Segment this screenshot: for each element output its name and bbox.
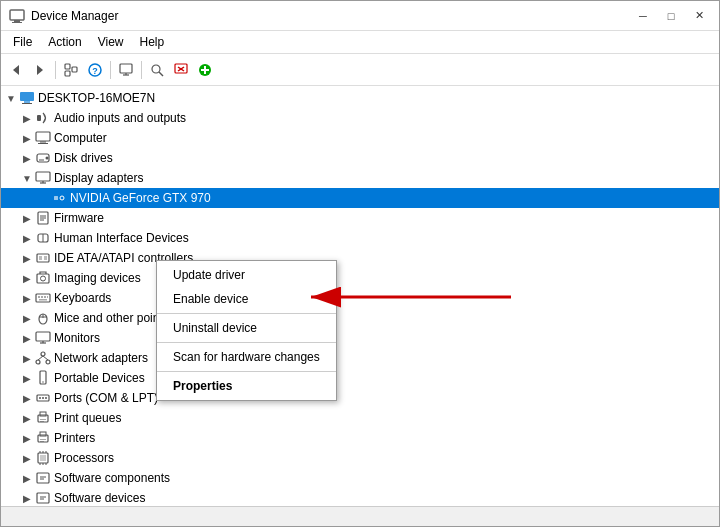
svg-rect-0 [10, 10, 24, 20]
scan-button[interactable] [146, 59, 168, 81]
svg-rect-49 [38, 296, 40, 298]
nvidia-label: NVIDIA GeForce GTX 970 [70, 191, 211, 205]
keyboards-label: Keyboards [54, 291, 111, 305]
audio-expand-icon[interactable]: ▶ [19, 110, 35, 126]
tree-item-ide[interactable]: ▶ IDE ATA/ATAPI controllers [1, 248, 719, 268]
mouse-icon [35, 310, 51, 326]
printq-icon [35, 410, 51, 426]
svg-rect-52 [47, 296, 48, 298]
softdev-expand-icon[interactable]: ▶ [19, 490, 35, 506]
svg-rect-25 [36, 132, 50, 141]
tree-item-mice[interactable]: ▶ Mice and other pointing devices [1, 308, 719, 328]
svg-point-70 [45, 397, 47, 399]
menu-action[interactable]: Action [40, 33, 89, 51]
tree-item-display[interactable]: ▼ Display adapters [1, 168, 719, 188]
menu-help[interactable]: Help [132, 33, 173, 51]
processors-label: Processors [54, 451, 114, 465]
processors-expand-icon[interactable]: ▶ [19, 450, 35, 466]
tree-button[interactable] [60, 59, 82, 81]
tree-item-processors[interactable]: ▶ Processors [1, 448, 719, 468]
tree-item-keyboards[interactable]: ▶ Keyboards [1, 288, 719, 308]
ctx-scan-hardware[interactable]: Scan for hardware changes [157, 345, 336, 369]
toolbar-sep-3 [141, 61, 142, 79]
svg-rect-43 [37, 254, 49, 262]
svg-text:?: ? [92, 66, 98, 76]
tree-item-softdev[interactable]: ▶ Software devices [1, 488, 719, 506]
network-expand-icon[interactable]: ▶ [19, 350, 35, 366]
tree-item-hid[interactable]: ▶ Human Interface Devices [1, 228, 719, 248]
imaging-expand-icon[interactable]: ▶ [19, 270, 35, 286]
help-button[interactable]: ? [84, 59, 106, 81]
svg-rect-73 [40, 419, 46, 420]
svg-marker-3 [13, 65, 19, 75]
ctx-update-driver[interactable]: Update driver [157, 263, 336, 287]
softcomp-expand-icon[interactable]: ▶ [19, 470, 35, 486]
tree-item-printers[interactable]: ▶ Printers [1, 428, 719, 448]
firmware-expand-icon[interactable]: ▶ [19, 210, 35, 226]
root-label: DESKTOP-16MOE7N [38, 91, 155, 105]
printq-label: Print queues [54, 411, 121, 425]
portable-expand-icon[interactable]: ▶ [19, 370, 35, 386]
tree-item-portable[interactable]: ▶ Portable Devices [1, 368, 719, 388]
display-button[interactable] [115, 59, 137, 81]
svg-rect-77 [40, 439, 46, 440]
softcomp-label: Software components [54, 471, 170, 485]
monitor-icon [35, 330, 51, 346]
root-expand-icon[interactable]: ▼ [3, 90, 19, 106]
disk-expand-icon[interactable]: ▶ [19, 150, 35, 166]
tree-item-nvidia[interactable]: NVIDIA GeForce GTX 970 [1, 188, 719, 208]
tree-item-printq[interactable]: ▶ Print queues [1, 408, 719, 428]
monitors-expand-icon[interactable]: ▶ [19, 330, 35, 346]
svg-point-47 [41, 276, 46, 281]
back-button[interactable] [5, 59, 27, 81]
display-expand-icon[interactable]: ▼ [19, 170, 35, 186]
computer-node-icon [35, 130, 51, 146]
ports-expand-icon[interactable]: ▶ [19, 390, 35, 406]
disk-icon [35, 150, 51, 166]
svg-point-60 [41, 352, 45, 356]
tree-item-imaging[interactable]: ▶ Imaging devices [1, 268, 719, 288]
ctx-enable-device[interactable]: Enable device [157, 287, 336, 311]
menu-file[interactable]: File [5, 33, 40, 51]
device-tree[interactable]: ▼ DESKTOP-16MOE7N ▶ [1, 86, 719, 506]
audio-icon [35, 110, 51, 126]
svg-point-61 [36, 360, 40, 364]
forward-button[interactable] [29, 59, 51, 81]
keyboards-expand-icon[interactable]: ▶ [19, 290, 35, 306]
tree-item-audio[interactable]: ▶ Audio inputs and outputs [1, 108, 719, 128]
printers-expand-icon[interactable]: ▶ [19, 430, 35, 446]
hid-expand-icon[interactable]: ▶ [19, 230, 35, 246]
computer-expand-icon[interactable]: ▶ [19, 130, 35, 146]
portable-icon [35, 370, 51, 386]
menu-view[interactable]: View [90, 33, 132, 51]
tree-item-disk[interactable]: ▶ Disk drives [1, 148, 719, 168]
svg-rect-50 [41, 296, 43, 298]
tree-root[interactable]: ▼ DESKTOP-16MOE7N [1, 88, 719, 108]
printq-expand-icon[interactable]: ▶ [19, 410, 35, 426]
maximize-button[interactable]: □ [659, 7, 683, 25]
tree-item-network[interactable]: ▶ Network adapters [1, 348, 719, 368]
tree-item-monitors[interactable]: ▶ Monitors [1, 328, 719, 348]
disk-label: Disk drives [54, 151, 113, 165]
tree-item-ports[interactable]: ▶ Ports (COM & LPT) [1, 388, 719, 408]
tree-item-computer[interactable]: ▶ Computer [1, 128, 719, 148]
device-manager-window: Device Manager ─ □ ✕ File Action View He… [0, 0, 720, 527]
svg-marker-4 [37, 65, 43, 75]
svg-point-29 [46, 157, 49, 160]
mice-expand-icon[interactable]: ▶ [19, 310, 35, 326]
ctx-uninstall-device[interactable]: Uninstall device [157, 316, 336, 340]
monitors-label: Monitors [54, 331, 100, 345]
svg-rect-22 [24, 101, 30, 103]
add-button[interactable] [194, 59, 216, 81]
remove-button[interactable] [170, 59, 192, 81]
printers-label: Printers [54, 431, 95, 445]
ctx-properties[interactable]: Properties [157, 374, 336, 398]
main-content: ▼ DESKTOP-16MOE7N ▶ [1, 86, 719, 506]
ide-expand-icon[interactable]: ▶ [19, 250, 35, 266]
minimize-button[interactable]: ─ [631, 7, 655, 25]
svg-line-64 [43, 356, 48, 360]
svg-rect-45 [44, 256, 47, 260]
close-button[interactable]: ✕ [687, 7, 711, 25]
tree-item-firmware[interactable]: ▶ Firmware [1, 208, 719, 228]
tree-item-softcomp[interactable]: ▶ Software components [1, 468, 719, 488]
